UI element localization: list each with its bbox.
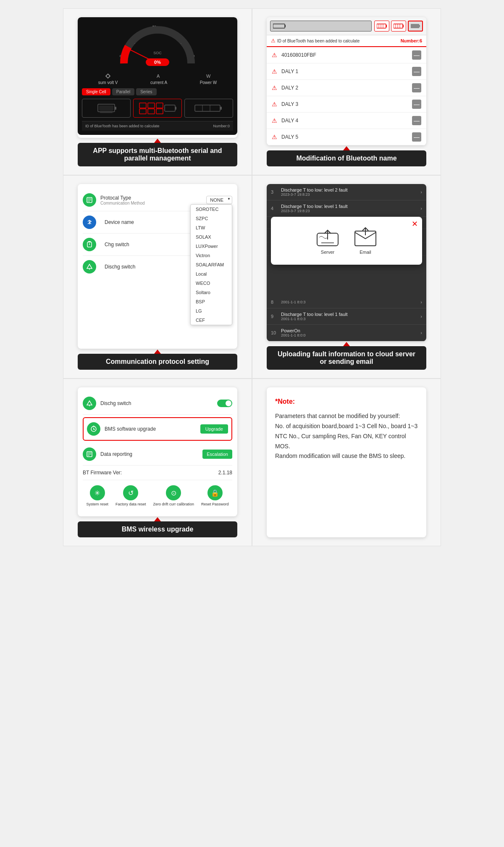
proto-option-local[interactable]: Local: [191, 269, 232, 279]
proto-option-cef[interactable]: CEF: [191, 316, 232, 325]
dischg-switch-icon: [83, 260, 96, 274]
svg-rect-40: [419, 25, 420, 27]
zero-drift-item[interactable]: ⊙ Zero drift curr calibration: [153, 485, 194, 506]
note-content: *Note: Parameters that cannot be modifie…: [267, 387, 426, 470]
single-cell-diagram: [82, 99, 131, 118]
fault-text-4: Discharge T too low: level 1 fault: [281, 204, 418, 209]
bt-remove-btn-4[interactable]: —: [412, 116, 421, 125]
bt-number: Number:6: [401, 38, 422, 43]
dischg-toggle[interactable]: [217, 400, 232, 407]
fault-desc-9: Discharge T too low: level 1 fault 2001-…: [281, 312, 418, 321]
svg-rect-20: [156, 109, 163, 114]
upgrade-button[interactable]: Upgrade: [200, 424, 228, 434]
proto-option-szpc[interactable]: SZPC: [191, 214, 232, 223]
proto-option-ltw[interactable]: LTW: [191, 223, 232, 232]
bt-bluetooth-icon: ⚠: [271, 38, 276, 44]
svg-rect-12: [115, 107, 116, 110]
protocol-type-label: Protocal Type: [100, 195, 206, 201]
escalation-button[interactable]: Escalation: [202, 450, 232, 459]
power-label: Power W: [200, 80, 217, 85]
fault-item-3: 3 Discharge T too low: level 2 fault 202…: [267, 184, 426, 200]
bt-device-main: [270, 21, 372, 32]
sum-volt-stat: sum volt V: [98, 73, 118, 85]
svg-rect-19: [156, 103, 163, 108]
parallel-diagram: [133, 99, 182, 118]
factory-reset-item[interactable]: ↺ Factory data reset: [116, 485, 146, 506]
proto-option-lg[interactable]: LG: [191, 306, 232, 316]
gauge-svg: 0 50 100 SOC 0%: [116, 21, 200, 68]
protocol-dropdown[interactable]: NONE ▼ SOROTEC SZPC LTW SOLAX LUXPower V…: [206, 196, 232, 204]
system-reset-item[interactable]: ✳ System reset: [86, 485, 108, 506]
protocol-select[interactable]: NONE ▼: [206, 196, 232, 204]
proto-option-soalarfam[interactable]: SOALARFAM: [191, 260, 232, 269]
bt-device-list: ⚠ 401608010FBF — ⚠ DALY 1 — ⚠ DALY 2 — ⚠…: [267, 47, 426, 145]
fault-num-4: 4: [271, 206, 278, 211]
note-text: Parameters that cannot be modified by yo…: [275, 413, 417, 459]
modal-close-btn[interactable]: ✕: [412, 219, 418, 229]
proto-option-victron[interactable]: Victron: [191, 251, 232, 260]
main-grid: 0 50 100 SOC 0%: [63, 8, 441, 546]
protocol-card: Protocal Type Communication Method NONE …: [78, 184, 237, 349]
bt-remove-btn-0[interactable]: —: [412, 50, 421, 60]
fault-date-10: 2001-1-1 8:0:0: [281, 333, 418, 337]
fault-arrow-3: ›: [420, 189, 422, 195]
svg-marker-48: [87, 264, 92, 268]
svg-marker-53: [87, 401, 92, 405]
fault-arrow-10: ›: [420, 330, 422, 335]
proto-option-soltaro[interactable]: Soltaro: [191, 288, 232, 297]
svg-rect-16: [139, 109, 146, 114]
bt-mini-device-3: [408, 21, 423, 32]
svg-text:A: A: [157, 74, 160, 79]
data-reporting-label: Data reporting: [100, 451, 202, 457]
proto-option-weco[interactable]: WECO: [191, 279, 232, 288]
tab-single-cell[interactable]: Single Cell: [82, 88, 110, 95]
fault-text-3: Discharge T too low: level 2 fault: [281, 187, 418, 192]
sum-volt-label: sum volt V: [98, 80, 118, 85]
bms-dashboard-content: 0 50 100 SOC 0%: [78, 17, 237, 135]
upload-server-option[interactable]: Server: [315, 227, 340, 255]
tab-parallel[interactable]: Parallel: [112, 88, 134, 95]
note-body: Parameters that cannot be modified by yo…: [275, 411, 418, 461]
tab-series[interactable]: Series: [136, 88, 156, 95]
factory-reset-label: Factory data reset: [116, 502, 146, 506]
dischg-upgrade-icon: [83, 397, 96, 410]
proto-option-luxpower[interactable]: LUXPower: [191, 242, 232, 251]
fault-num-10: 10: [271, 330, 278, 335]
bms-bluetooth-info: ID of BlueTooth has been added to calcul…: [82, 121, 233, 131]
svg-rect-15: [139, 103, 146, 108]
firmware-label: BT Firmware Ver:: [83, 470, 122, 476]
bt-warning-icon-1: ⚠: [272, 68, 277, 75]
bt-warning-icon-4: ⚠: [272, 117, 277, 124]
chg-switch-label: Chg switch: [105, 242, 129, 247]
bms-software-upgrade-label: BMS software upgrade: [105, 426, 200, 432]
series-diagram: [184, 99, 233, 118]
reset-password-item[interactable]: 🔒 Reset Password: [201, 485, 229, 506]
upgrade-content: Dischg switch BMS software upgrade Upgra…: [78, 387, 237, 516]
proto-option-sorotec[interactable]: SOROTEC: [191, 205, 232, 214]
bt-remove-btn-5[interactable]: —: [412, 132, 421, 142]
proto-option-solax[interactable]: SOLAX: [191, 232, 232, 242]
dischg-switch-upgrade-label: Dischg switch: [100, 400, 217, 406]
svg-text:SOC: SOC: [153, 51, 162, 55]
svg-rect-21: [165, 105, 175, 111]
fault-arrow-8: ›: [420, 300, 422, 305]
bt-list-item-0: ⚠ 401608010FBF —: [267, 47, 426, 63]
svg-rect-46: [88, 241, 91, 242]
bt-warning-icon-0: ⚠: [272, 52, 277, 58]
bt-list-item-2: ⚠ DALY 2 —: [267, 80, 426, 96]
server-upload-icon: [315, 227, 340, 248]
svg-rect-34: [394, 24, 403, 28]
bt-remove-btn-1[interactable]: —: [412, 67, 421, 76]
bt-info-header: ⚠ ID of BlueTooth has been added to calc…: [267, 35, 426, 47]
fault-text-9: Discharge T too low: level 1 fault: [281, 312, 418, 317]
fault-arrow-4: ›: [420, 206, 422, 211]
bt-remove-btn-2[interactable]: —: [412, 83, 421, 92]
bt-remove-btn-3[interactable]: —: [412, 100, 421, 109]
proto-option-bsp[interactable]: BSP: [191, 297, 232, 306]
svg-rect-14: [100, 111, 113, 113]
caption-bms-upgrade: BMS wireless upgrade: [78, 521, 237, 537]
svg-rect-13: [99, 105, 113, 110]
svg-rect-27: [273, 24, 285, 28]
bms-dashboard-card: 0 50 100 SOC 0%: [78, 17, 237, 138]
upload-email-option[interactable]: Email: [353, 227, 378, 255]
